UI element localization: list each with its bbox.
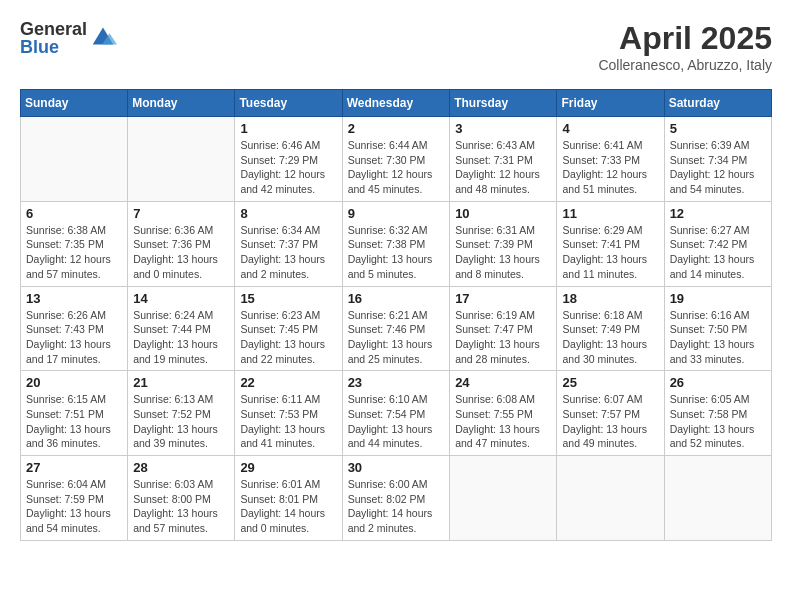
day-23: 23 Sunrise: 6:10 AMSunset: 7:54 PMDaylig…: [342, 371, 450, 456]
day-28: 28 Sunrise: 6:03 AMSunset: 8:00 PMDaylig…: [128, 456, 235, 541]
day-25: 25 Sunrise: 6:07 AMSunset: 7:57 PMDaylig…: [557, 371, 664, 456]
header-tuesday: Tuesday: [235, 90, 342, 117]
day-1: 1 Sunrise: 6:46 AMSunset: 7:29 PMDayligh…: [235, 117, 342, 202]
day-17: 17 Sunrise: 6:19 AMSunset: 7:47 PMDaylig…: [450, 286, 557, 371]
day-13: 13 Sunrise: 6:26 AMSunset: 7:43 PMDaylig…: [21, 286, 128, 371]
day-8: 8 Sunrise: 6:34 AMSunset: 7:37 PMDayligh…: [235, 201, 342, 286]
week-row-1: 1 Sunrise: 6:46 AMSunset: 7:29 PMDayligh…: [21, 117, 772, 202]
location: Colleranesco, Abruzzo, Italy: [598, 57, 772, 73]
day-14: 14 Sunrise: 6:24 AMSunset: 7:44 PMDaylig…: [128, 286, 235, 371]
day-3: 3 Sunrise: 6:43 AMSunset: 7:31 PMDayligh…: [450, 117, 557, 202]
month-title: April 2025: [598, 20, 772, 57]
day-21: 21 Sunrise: 6:13 AMSunset: 7:52 PMDaylig…: [128, 371, 235, 456]
day-15: 15 Sunrise: 6:23 AMSunset: 7:45 PMDaylig…: [235, 286, 342, 371]
header-sunday: Sunday: [21, 90, 128, 117]
header-saturday: Saturday: [664, 90, 771, 117]
day-11: 11 Sunrise: 6:29 AMSunset: 7:41 PMDaylig…: [557, 201, 664, 286]
logo-blue: Blue: [20, 38, 87, 56]
empty-cell: [21, 117, 128, 202]
day-27: 27 Sunrise: 6:04 AMSunset: 7:59 PMDaylig…: [21, 456, 128, 541]
day-5: 5 Sunrise: 6:39 AMSunset: 7:34 PMDayligh…: [664, 117, 771, 202]
day-6: 6 Sunrise: 6:38 AMSunset: 7:35 PMDayligh…: [21, 201, 128, 286]
day-22: 22 Sunrise: 6:11 AMSunset: 7:53 PMDaylig…: [235, 371, 342, 456]
day-12: 12 Sunrise: 6:27 AMSunset: 7:42 PMDaylig…: [664, 201, 771, 286]
day-10: 10 Sunrise: 6:31 AMSunset: 7:39 PMDaylig…: [450, 201, 557, 286]
day-19: 19 Sunrise: 6:16 AMSunset: 7:50 PMDaylig…: [664, 286, 771, 371]
day-24: 24 Sunrise: 6:08 AMSunset: 7:55 PMDaylig…: [450, 371, 557, 456]
logo: General Blue: [20, 20, 117, 56]
calendar-table: Sunday Monday Tuesday Wednesday Thursday…: [20, 89, 772, 541]
logo-general: General: [20, 20, 87, 38]
day-30: 30 Sunrise: 6:00 AMSunset: 8:02 PMDaylig…: [342, 456, 450, 541]
header-thursday: Thursday: [450, 90, 557, 117]
header-wednesday: Wednesday: [342, 90, 450, 117]
week-row-3: 13 Sunrise: 6:26 AMSunset: 7:43 PMDaylig…: [21, 286, 772, 371]
page-header: General Blue April 2025 Colleranesco, Ab…: [20, 20, 772, 73]
empty-cell: [128, 117, 235, 202]
day-4: 4 Sunrise: 6:41 AMSunset: 7:33 PMDayligh…: [557, 117, 664, 202]
week-row-4: 20 Sunrise: 6:15 AMSunset: 7:51 PMDaylig…: [21, 371, 772, 456]
header-monday: Monday: [128, 90, 235, 117]
header-friday: Friday: [557, 90, 664, 117]
title-block: April 2025 Colleranesco, Abruzzo, Italy: [598, 20, 772, 73]
day-20: 20 Sunrise: 6:15 AMSunset: 7:51 PMDaylig…: [21, 371, 128, 456]
empty-cell: [450, 456, 557, 541]
logo-icon: [89, 22, 117, 50]
day-2: 2 Sunrise: 6:44 AMSunset: 7:30 PMDayligh…: [342, 117, 450, 202]
day-26: 26 Sunrise: 6:05 AMSunset: 7:58 PMDaylig…: [664, 371, 771, 456]
weekday-header-row: Sunday Monday Tuesday Wednesday Thursday…: [21, 90, 772, 117]
week-row-5: 27 Sunrise: 6:04 AMSunset: 7:59 PMDaylig…: [21, 456, 772, 541]
day-7: 7 Sunrise: 6:36 AMSunset: 7:36 PMDayligh…: [128, 201, 235, 286]
empty-cell: [557, 456, 664, 541]
empty-cell: [664, 456, 771, 541]
week-row-2: 6 Sunrise: 6:38 AMSunset: 7:35 PMDayligh…: [21, 201, 772, 286]
day-18: 18 Sunrise: 6:18 AMSunset: 7:49 PMDaylig…: [557, 286, 664, 371]
day-29: 29 Sunrise: 6:01 AMSunset: 8:01 PMDaylig…: [235, 456, 342, 541]
day-16: 16 Sunrise: 6:21 AMSunset: 7:46 PMDaylig…: [342, 286, 450, 371]
day-9: 9 Sunrise: 6:32 AMSunset: 7:38 PMDayligh…: [342, 201, 450, 286]
